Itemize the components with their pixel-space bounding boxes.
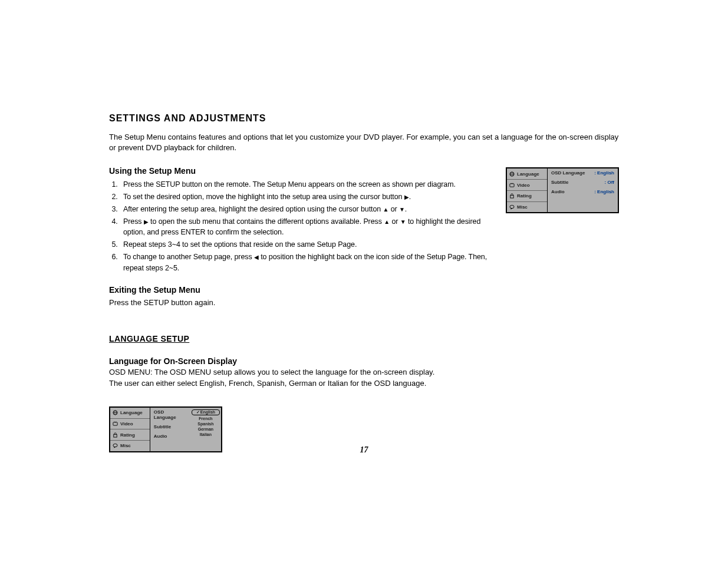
step-text: After entering the setup area, highlight… [123, 205, 383, 213]
page-title: SETTINGS AND ADJUSTMENTS [109, 113, 619, 124]
step-6: To change to another Setup page, press ◀… [120, 252, 501, 274]
row-label: Audio [551, 189, 565, 194]
step-2: To set the desired option, move the high… [120, 191, 501, 203]
side-label: Language [120, 410, 143, 415]
globe-icon [509, 171, 515, 177]
step-text: . [405, 205, 407, 213]
step-4: Press ▶ to open the sub menu that contai… [120, 216, 501, 239]
svg-rect-3 [510, 183, 514, 186]
exiting-heading: Exiting the Setup Menu [109, 285, 619, 295]
row-value: : Off [605, 180, 614, 185]
opt-label: English [200, 410, 215, 414]
menu2-mid-subtitle: Subtitle [152, 424, 189, 429]
down-arrow-icon: ▼ [400, 219, 406, 225]
osd-text-2: The user can either select English, Fren… [109, 378, 619, 389]
down-arrow-icon: ▼ [399, 206, 405, 213]
right-arrow-icon: ▶ [144, 219, 149, 225]
page-number: 17 [0, 445, 728, 455]
setup-steps-list: Press the SETUP button on the remote. Th… [109, 179, 501, 273]
exiting-text: Press the SETUP button again. [109, 298, 619, 307]
menu2-mid-audio: Audio [152, 434, 189, 439]
step-text: or [388, 205, 399, 213]
side-label: Video [120, 421, 133, 427]
menu2-opt-italian: Italian [192, 432, 220, 437]
svg-rect-11 [113, 422, 117, 425]
step-text: or [390, 217, 400, 226]
menu2-opt-spanish: Spanish [192, 422, 220, 426]
svg-rect-6 [510, 196, 513, 199]
side-label: Rating [120, 432, 135, 438]
menu2-mid-osd: OSD Language [152, 409, 189, 420]
menu2-side-rating: Rating [110, 429, 150, 441]
right-arrow-icon: ▶ [404, 194, 409, 200]
left-arrow-icon: ◀ [254, 254, 259, 260]
row-label: Subtitle [154, 424, 171, 429]
row-label: Audio [154, 434, 167, 439]
language-setup-heading: LANGUAGE SETUP [109, 334, 619, 343]
menu1-row-subtitle: Subtitle : Off [549, 180, 616, 185]
osd-text-1: OSD MENU: The OSD MENU setup allows you … [109, 367, 619, 378]
menu1-side-language: Language [507, 168, 547, 180]
setup-menu-diagram-1: Language Video Rating [506, 167, 619, 213]
speech-icon [509, 204, 515, 210]
step-text: to open the sub menu that contains the d… [149, 217, 384, 226]
step-text: . [409, 193, 411, 201]
menu2-side-language: Language [110, 408, 150, 419]
menu1-side-rating: Rating [507, 191, 547, 202]
step-text: Press [123, 217, 144, 226]
check-icon: ✓ [196, 410, 200, 415]
svg-rect-14 [114, 434, 117, 437]
row-value: : English [594, 170, 614, 176]
menu2-opt-german: German [192, 427, 220, 431]
side-label: Video [517, 183, 530, 188]
intro-text: The Setup Menu contains features and opt… [109, 132, 619, 153]
step-text: To change to another Setup page, press [123, 253, 254, 261]
up-arrow-icon: ▲ [384, 219, 390, 225]
menu1-row-osd: OSD Language : English [549, 170, 616, 176]
row-value: : English [594, 189, 614, 194]
menu2-opt-french: French [192, 416, 220, 421]
up-arrow-icon: ▲ [383, 206, 389, 213]
osd-heading: Language for On-Screen Display [109, 356, 619, 366]
step-3: After entering the setup area, highlight… [120, 204, 501, 215]
menu1-side-misc: Misc [507, 202, 547, 213]
menu1-row-audio: Audio : English [549, 189, 616, 194]
side-label: Rating [517, 193, 532, 199]
menu2-opt-english-selected: ✓ English [192, 409, 220, 415]
menu1-side-video: Video [507, 180, 547, 191]
menu2-side-video: Video [110, 419, 150, 430]
globe-icon [113, 410, 118, 415]
tv-icon [113, 421, 118, 427]
row-label: OSD Language [154, 409, 187, 420]
step-text: To set the desired option, move the high… [123, 193, 404, 201]
tv-icon [509, 183, 515, 188]
lock-icon [509, 193, 515, 199]
side-label: Language [517, 171, 539, 177]
lock-icon [113, 432, 118, 438]
step-1: Press the SETUP button on the remote. Th… [120, 179, 501, 190]
step-5: Repeat steps 3~4 to set the options that… [120, 239, 501, 250]
row-label: OSD Language [551, 170, 585, 176]
side-label: Misc [517, 204, 528, 210]
using-setup-heading: Using the Setup Menu [109, 166, 501, 176]
row-label: Subtitle [551, 180, 568, 185]
svg-point-7 [510, 205, 514, 208]
